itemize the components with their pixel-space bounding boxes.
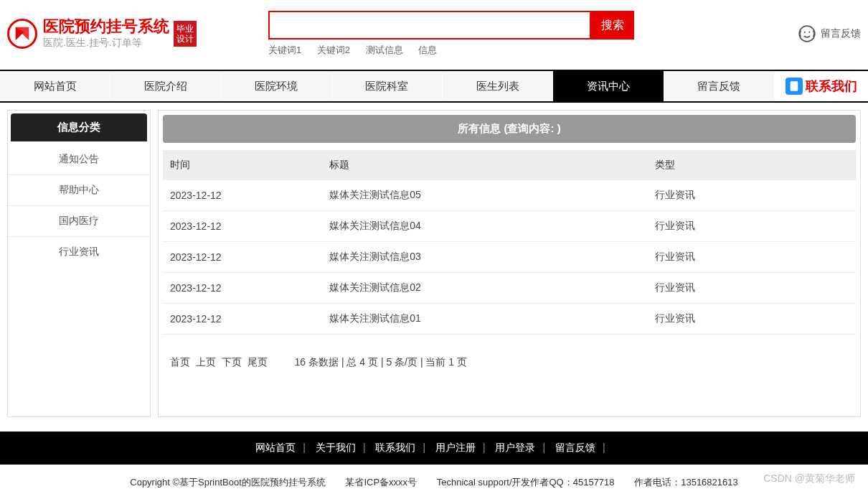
cell-time: 2023-12-12 bbox=[163, 211, 322, 242]
support-icon bbox=[798, 24, 816, 43]
cell-title: 媒体关注测试信息04 bbox=[322, 211, 648, 242]
col-title: 标题 bbox=[322, 150, 648, 180]
cell-title: 媒体关注测试信息01 bbox=[322, 304, 648, 335]
phone-icon bbox=[786, 78, 803, 95]
nav-home[interactable]: 网站首页 bbox=[0, 71, 110, 101]
nav-hospital-intro[interactable]: 医院介绍 bbox=[110, 71, 221, 101]
content-header: 所有信息 (查询内容: ) bbox=[163, 115, 856, 143]
nav-doctors[interactable]: 医生列表 bbox=[443, 71, 553, 101]
sidebar-item-help[interactable]: 帮助中心 bbox=[8, 175, 150, 206]
footer-link[interactable]: 网站首页 bbox=[255, 442, 296, 453]
footer-link[interactable]: 关于我们 bbox=[316, 442, 356, 453]
footer-link[interactable]: 用户登录 bbox=[495, 442, 535, 453]
page-next[interactable]: 下页 bbox=[222, 356, 242, 368]
table-row[interactable]: 2023-12-12媒体关注测试信息05行业资讯 bbox=[163, 180, 856, 211]
cell-type: 行业资讯 bbox=[648, 242, 856, 273]
icp: 某省ICP备xxxx号 bbox=[345, 477, 417, 488]
cell-type: 行业资讯 bbox=[648, 304, 856, 335]
watermark: CSDN @黄菊华老师 bbox=[763, 472, 855, 485]
nav-news[interactable]: 资讯中心 bbox=[553, 71, 664, 101]
feedback-link[interactable]: 留言反馈 bbox=[798, 24, 861, 43]
search-button[interactable]: 搜索 bbox=[591, 11, 634, 39]
table-row[interactable]: 2023-12-12媒体关注测试信息01行业资讯 bbox=[163, 304, 856, 335]
nav-contact[interactable]: 联系我们 bbox=[775, 71, 868, 101]
cell-title: 媒体关注测试信息03 bbox=[322, 242, 648, 273]
table-row[interactable]: 2023-12-12媒体关注测试信息03行业资讯 bbox=[163, 242, 856, 273]
keyword-link[interactable]: 测试信息 bbox=[366, 45, 403, 55]
keyword-link[interactable]: 关键词2 bbox=[317, 45, 350, 55]
sidebar-item-domestic[interactable]: 国内医疗 bbox=[8, 206, 150, 237]
cell-time: 2023-12-12 bbox=[163, 304, 322, 335]
cell-time: 2023-12-12 bbox=[163, 273, 322, 304]
nav-contact-label: 联系我们 bbox=[806, 78, 857, 95]
site-subtitle: 医院.医生.挂号.订单等 bbox=[43, 37, 169, 50]
keyword-list: 关键词1 关键词2 测试信息 信息 bbox=[268, 44, 634, 57]
sidebar-item-notice[interactable]: 通知公告 bbox=[8, 144, 150, 175]
logo-icon bbox=[7, 19, 37, 49]
nav-environment[interactable]: 医院环境 bbox=[222, 71, 332, 101]
footer-link[interactable]: 留言反馈 bbox=[555, 442, 595, 453]
svg-point-0 bbox=[799, 26, 815, 42]
cell-time: 2023-12-12 bbox=[163, 242, 322, 273]
table-row[interactable]: 2023-12-12媒体关注测试信息02行业资讯 bbox=[163, 273, 856, 304]
feedback-label: 留言反馈 bbox=[821, 27, 861, 40]
search-input[interactable] bbox=[268, 11, 591, 39]
site-title: 医院预约挂号系统 bbox=[43, 18, 169, 35]
svg-point-2 bbox=[808, 32, 810, 33]
pagination: 首页 上页 下页 尾页 16 条数据 | 总 4 页 | 5 条/页 | 当前 … bbox=[163, 335, 856, 412]
logo[interactable]: 医院预约挂号系统 医院.医生.挂号.订单等 毕业 设计 bbox=[7, 18, 197, 50]
footer-info: Copyright ©基于SprintBoot的医院预约挂号系统 某省ICP备x… bbox=[0, 465, 868, 494]
nav-feedback[interactable]: 留言反馈 bbox=[664, 71, 775, 101]
phone: 作者电话：13516821613 bbox=[634, 477, 738, 488]
main-nav: 网站首页 医院介绍 医院环境 医院科室 医生列表 资讯中心 留言反馈 联系我们 bbox=[0, 71, 868, 101]
page-info: 16 条数据 | 总 4 页 | 5 条/页 | 当前 1 页 bbox=[295, 356, 467, 368]
footer-link[interactable]: 联系我们 bbox=[375, 442, 415, 453]
content: 所有信息 (查询内容: ) 时间 标题 类型 2023-12-12媒体关注测试信… bbox=[158, 110, 861, 417]
keyword-link[interactable]: 关键词1 bbox=[268, 45, 301, 55]
copyright: Copyright ©基于SprintBoot的医院预约挂号系统 bbox=[130, 477, 326, 488]
table-row[interactable]: 2023-12-12媒体关注测试信息04行业资讯 bbox=[163, 211, 856, 242]
page-first[interactable]: 首页 bbox=[170, 356, 190, 368]
footer-nav: 网站首页| 关于我们| 联系我们| 用户注册| 用户登录| 留言反馈| bbox=[0, 432, 868, 465]
page-last[interactable]: 尾页 bbox=[247, 356, 268, 368]
footer-link[interactable]: 用户注册 bbox=[435, 442, 476, 453]
page-prev[interactable]: 上页 bbox=[196, 356, 216, 368]
sidebar: 信息分类 通知公告 帮助中心 国内医疗 行业资讯 bbox=[7, 110, 151, 417]
cell-type: 行业资讯 bbox=[648, 180, 856, 211]
badge: 毕业 设计 bbox=[174, 21, 197, 47]
col-type: 类型 bbox=[648, 150, 856, 180]
nav-departments[interactable]: 医院科室 bbox=[332, 71, 443, 101]
keyword-link[interactable]: 信息 bbox=[418, 45, 437, 55]
cell-type: 行业资讯 bbox=[648, 273, 856, 304]
support: Technical support/开发作者QQ：45157718 bbox=[437, 477, 615, 488]
svg-point-1 bbox=[804, 32, 806, 33]
sidebar-header: 信息分类 bbox=[11, 113, 147, 141]
sidebar-item-industry[interactable]: 行业资讯 bbox=[8, 237, 150, 267]
cell-title: 媒体关注测试信息05 bbox=[322, 180, 648, 211]
cell-time: 2023-12-12 bbox=[163, 180, 322, 211]
cell-type: 行业资讯 bbox=[648, 211, 856, 242]
info-table: 时间 标题 类型 2023-12-12媒体关注测试信息05行业资讯2023-12… bbox=[163, 150, 856, 335]
cell-title: 媒体关注测试信息02 bbox=[322, 273, 648, 304]
col-time: 时间 bbox=[163, 150, 322, 180]
